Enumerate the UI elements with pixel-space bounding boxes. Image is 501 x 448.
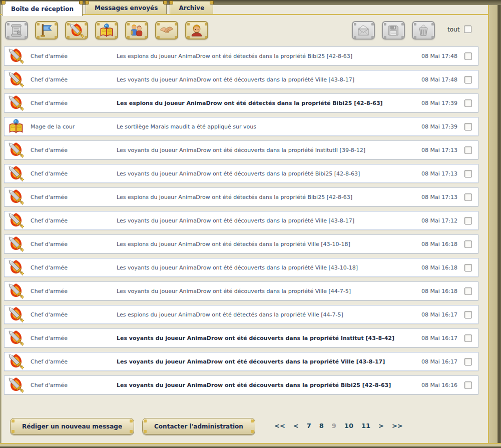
message-row[interactable]: Mage de la courLe sortilège Marais maudi… [4,117,478,136]
footer: Rédiger un nouveau message Contacter l'a… [10,418,255,434]
message-checkbox[interactable] [464,123,472,130]
page-link-7[interactable]: 7 [306,422,312,430]
spellbook-icon [99,23,114,38]
message-date: 08 Mai 17:13 [411,194,457,200]
sword-flame-icon [8,95,24,111]
message-checkbox[interactable] [464,100,472,107]
message-row[interactable]: Chef d'arméeLes voyants du joueur AnimaD… [4,282,478,300]
message-row[interactable]: Chef d'arméeLes espions du joueur AnimaD… [4,94,478,112]
message-checkbox[interactable] [464,217,472,224]
contact-admin-button[interactable]: Contacter l'administration [142,418,255,434]
sword-flame-icon [8,48,24,64]
message-checkbox[interactable] [464,288,472,295]
message-row[interactable]: Chef d'arméeLes voyants du joueur AnimaD… [4,328,478,348]
page-prev-link[interactable]: < [292,422,300,430]
message-subject: Les voyants du joueur AnimaDrow ont été … [117,264,411,271]
message-checkbox[interactable] [464,170,472,178]
filter-button-citizens[interactable] [125,21,148,40]
message-row[interactable]: Chef d'arméeLes voyants du joueur AnimaD… [4,164,478,183]
message-checkbox[interactable] [464,146,472,154]
trash-icon [416,24,430,38]
action-buttons [352,21,435,40]
message-checkbox[interactable] [464,240,472,248]
sword-flame-icon [8,306,24,322]
message-checkbox[interactable] [464,311,472,318]
message-sender: Chef d'armée [31,358,117,365]
message-date: 08 Mai 16:17 [411,312,457,318]
message-subject: Les espions du joueur AnimaDrow ont été … [117,100,411,106]
filter-button-sword-flame[interactable] [65,21,88,40]
message-row[interactable]: Chef d'arméeLes voyants du joueur AnimaD… [4,258,478,277]
message-subject: Les voyants du joueur AnimaDrow ont été … [117,218,411,224]
filter-buttons [5,21,208,40]
sword-flame-icon [8,142,24,158]
page-link-11[interactable]: 11 [360,422,371,430]
message-subject: Le sortilège Marais maudit a été appliqu… [117,124,411,130]
message-row[interactable]: Chef d'arméeLes voyants du joueur AnimaD… [4,140,478,160]
message-sender: Mage de la cour [31,124,117,130]
compose-button[interactable]: Rédiger un nouveau message [10,418,134,434]
action-button-floppy-disk[interactable] [382,21,405,40]
sword-flame-icon [8,72,24,88]
filter-button-general[interactable] [185,21,208,40]
page-last-link[interactable]: >> [391,422,404,430]
message-date: 08 Mai 16:17 [411,335,457,342]
message-date: 08 Mai 17:13 [411,147,457,154]
tab-inbox[interactable]: Boîte de réception [2,1,83,16]
filter-button-handshake[interactable] [155,21,178,40]
page-link-10[interactable]: 10 [343,422,354,430]
message-sender: Chef d'armée [31,100,117,106]
message-row[interactable]: Chef d'arméeLes espions du joueur AnimaD… [4,46,478,66]
message-subject: Les voyants du joueur AnimaDrow ont été … [117,288,411,294]
message-sender: Chef d'armée [31,335,117,342]
message-sender: Chef d'armée [31,218,117,224]
message-checkbox[interactable] [464,382,472,389]
general-icon [189,23,204,38]
message-subject: Les voyants du joueur AnimaDrow ont été … [117,382,411,388]
page-link-9: 9 [331,422,337,430]
message-row[interactable]: Chef d'arméeLes espions du joueur AnimaD… [4,234,478,254]
page-next-link[interactable]: > [377,422,385,430]
select-all-checkbox[interactable] [464,26,471,33]
message-subject: Les voyants du joueur AnimaDrow ont été … [117,358,411,365]
message-subject: Les voyants du joueur AnimaDrow ont été … [117,170,411,177]
message-sender: Chef d'armée [31,147,117,154]
message-row[interactable]: Chef d'arméeLes voyants du joueur AnimaD… [4,352,478,371]
message-checkbox[interactable] [464,76,472,84]
message-row[interactable]: Chef d'arméeLes voyants du joueur AnimaD… [4,70,478,89]
message-row[interactable]: Chef d'arméeLes espions du joueur AnimaD… [4,305,478,324]
flag-icon [39,23,54,38]
tab-sent[interactable]: Messages envoyés [86,1,167,14]
message-subject: Les espions du joueur AnimaDrow ont été … [117,53,411,60]
filter-button-spellbook[interactable] [95,21,118,40]
tab-archive[interactable]: Archive [170,1,213,14]
select-all: tout [447,26,471,33]
message-sender: Chef d'armée [31,382,117,388]
message-date: 08 Mai 16:18 [411,264,457,271]
sword-flame-icon [8,236,24,252]
messages-window: Boîte de réceptionMessages envoyésArchiv… [0,0,501,448]
message-subject: Les espions du joueur AnimaDrow ont été … [117,194,411,200]
message-subject: Les voyants du joueur AnimaDrow ont été … [117,335,411,342]
message-checkbox[interactable] [464,358,472,366]
message-row[interactable]: Chef d'arméeLes espions du joueur AnimaD… [4,188,478,206]
select-all-label: tout [447,26,459,33]
page-first-link[interactable]: << [273,422,286,430]
message-checkbox[interactable] [464,52,472,60]
message-checkbox[interactable] [464,334,472,342]
page-link-8[interactable]: 8 [318,422,325,430]
sword-flame-icon [8,212,24,228]
action-button-open-envelope[interactable] [352,21,375,40]
floppy-disk-icon [386,24,400,38]
window-frame-left [0,0,2,448]
message-subject: Les espions du joueur AnimaDrow ont été … [117,312,411,318]
message-checkbox[interactable] [464,264,472,272]
filter-button-flag[interactable] [35,21,58,40]
message-row[interactable]: Chef d'arméeLes voyants du joueur AnimaD… [4,211,478,230]
sword-flame-icon [8,354,24,370]
message-row[interactable]: Chef d'arméeLes voyants du joueur AnimaD… [4,376,478,394]
action-button-trash[interactable] [412,21,435,40]
message-subject: Les espions du joueur AnimaDrow ont été … [117,241,411,248]
message-checkbox[interactable] [464,194,472,201]
filter-button-scroll[interactable] [5,21,28,40]
